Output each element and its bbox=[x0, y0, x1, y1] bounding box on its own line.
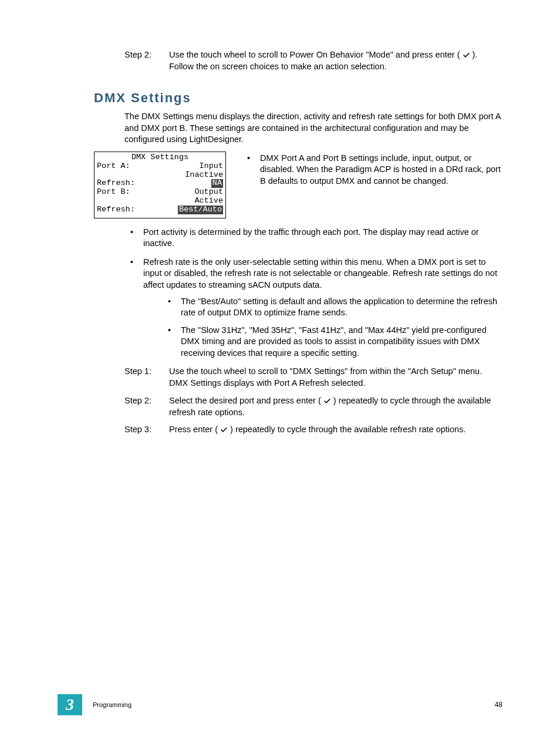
lcd-left: Refresh: bbox=[97, 206, 135, 214]
side-bullet-wrap: DMX Port A and Port B settings include, … bbox=[241, 152, 502, 218]
bullet-item: Refresh rate is the only user-selectable… bbox=[124, 257, 502, 359]
step-label: Step 2: bbox=[124, 49, 169, 73]
section-heading: DMX Settings bbox=[94, 89, 502, 107]
lcd-row: Active bbox=[97, 197, 223, 206]
chapter-number: 3 bbox=[58, 694, 82, 715]
bullet-list: Port activity is determined by the traff… bbox=[94, 227, 502, 359]
check-icon bbox=[323, 395, 331, 407]
step-1: Step 1: Use the touch wheel to scroll to… bbox=[124, 366, 502, 389]
footer-section: Programming bbox=[93, 701, 131, 709]
step-label: Step 2: bbox=[124, 395, 169, 419]
step-text: Use the touch wheel to scroll to "DMX Se… bbox=[169, 366, 502, 389]
intro-paragraph: The DMX Settings menu displays the direc… bbox=[94, 111, 502, 146]
step-text-before: Use the touch wheel to scroll to Power O… bbox=[169, 50, 463, 59]
step-3: Step 3: Press enter ( ) repeatedly to cy… bbox=[124, 424, 502, 436]
lcd-right-highlighted: NA bbox=[211, 179, 223, 188]
step-text: Press enter ( ) repeatedly to cycle thro… bbox=[169, 424, 502, 436]
step-label: Step 3: bbox=[124, 424, 169, 436]
sub-bullet-list: The "Best/Auto" setting is default and a… bbox=[143, 296, 502, 359]
bullet-text: Refresh rate is the only user-selectable… bbox=[143, 257, 497, 290]
step-label: Step 1: bbox=[124, 366, 169, 389]
lcd-right: Input bbox=[199, 162, 223, 171]
step-text: Use the touch wheel to scroll to Power O… bbox=[169, 49, 502, 73]
step-text-before: Press enter ( bbox=[169, 425, 220, 434]
lcd-title: DMX Settings bbox=[97, 153, 223, 162]
lcd-display: DMX Settings Port A: Input Inactive Refr… bbox=[94, 152, 226, 218]
lcd-row: Inactive bbox=[97, 171, 223, 180]
sub-bullet-item: The "Slow 31Hz", "Med 35Hz", "Fast 41Hz"… bbox=[162, 325, 502, 359]
page-footer: 3 Programming 48 bbox=[0, 694, 560, 715]
top-step-2: Step 2: Use the touch wheel to scroll to… bbox=[94, 49, 502, 73]
step-text-after: ) repeatedly to cycle through the availa… bbox=[228, 425, 465, 434]
step-text: Select the desired port and press enter … bbox=[169, 395, 502, 419]
bullet-item: DMX Port A and Port B settings include, … bbox=[241, 153, 502, 187]
lcd-right: Inactive bbox=[185, 171, 223, 180]
lcd-left: Port A: bbox=[97, 162, 130, 171]
lcd-right-highlighted: Best/Auto bbox=[178, 206, 223, 214]
lcd-row: Port B: Output bbox=[97, 188, 223, 197]
check-icon bbox=[463, 49, 470, 61]
check-icon bbox=[220, 424, 228, 436]
lcd-row: Refresh: Best/Auto bbox=[97, 206, 223, 214]
lcd-row: Port A: Input bbox=[97, 162, 223, 171]
step-text-before: Select the desired port and press enter … bbox=[169, 396, 323, 405]
lcd-right: Output bbox=[194, 188, 223, 197]
lcd-right: Active bbox=[194, 197, 223, 206]
bullet-item: Port activity is determined by the traff… bbox=[124, 227, 502, 250]
lcd-left: Port B: bbox=[97, 188, 130, 197]
step-2: Step 2: Select the desired port and pres… bbox=[124, 395, 502, 419]
lcd-row: Refresh: NA bbox=[97, 179, 223, 188]
page-number: 48 bbox=[495, 700, 502, 709]
sub-bullet-item: The "Best/Auto" setting is default and a… bbox=[162, 296, 502, 319]
lcd-left: Refresh: bbox=[97, 179, 135, 188]
